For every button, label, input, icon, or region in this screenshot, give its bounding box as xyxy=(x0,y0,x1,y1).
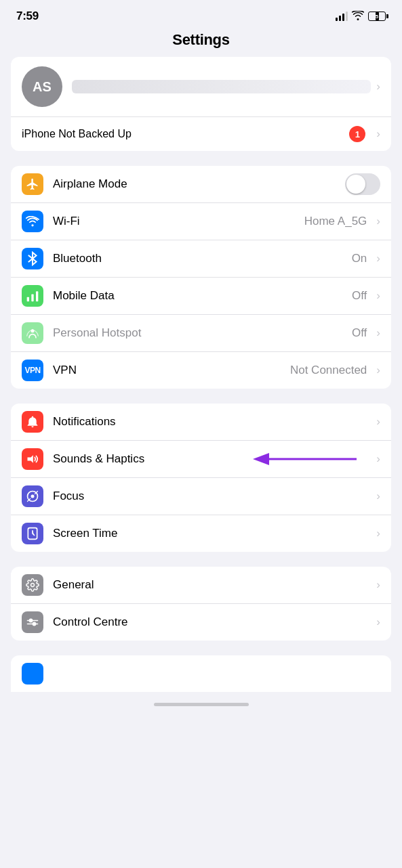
general-chevron-icon: › xyxy=(376,578,380,592)
profile-chevron-icon: › xyxy=(376,80,380,93)
status-icons: 5 xyxy=(336,11,386,22)
status-time: 7:59 xyxy=(16,9,39,23)
bluetooth-chevron-icon: › xyxy=(376,252,380,265)
airplane-mode-row[interactable]: Airplane Mode xyxy=(11,166,391,202)
screen-time-icon xyxy=(22,523,43,544)
focus-icon xyxy=(22,485,43,507)
focus-row[interactable]: Focus › xyxy=(11,477,391,515)
screen-time-row[interactable]: Screen Time › xyxy=(11,515,391,552)
control-centre-row[interactable]: Control Centre › xyxy=(11,603,391,641)
notifications-group: Notifications › Sounds & Haptics › xyxy=(11,404,391,552)
notifications-row[interactable]: Notifications › xyxy=(11,404,391,440)
profile-group: AS › iPhone Not Backed Up 1 › xyxy=(11,57,391,151)
battery-icon: 5 xyxy=(368,12,386,21)
mobile-data-icon xyxy=(22,285,43,307)
personal-hotspot-icon xyxy=(22,322,43,344)
control-centre-label: Control Centre xyxy=(53,615,371,629)
airplane-mode-toggle[interactable] xyxy=(345,173,380,195)
personal-hotspot-label: Personal Hotspot xyxy=(53,326,352,340)
svg-point-7 xyxy=(31,495,35,498)
arrow-annotation xyxy=(252,449,360,469)
next-group-partial xyxy=(11,655,391,692)
personal-hotspot-value: Off xyxy=(352,326,367,340)
sounds-haptics-chevron-icon: › xyxy=(376,452,380,466)
profile-name-blurred xyxy=(72,80,371,93)
bluetooth-row[interactable]: Bluetooth On › xyxy=(11,240,391,277)
next-item-icon xyxy=(22,663,43,685)
mobile-data-value: Off xyxy=(352,289,367,303)
svg-rect-2 xyxy=(36,291,38,301)
mobile-data-label: Mobile Data xyxy=(53,289,352,303)
wifi-icon xyxy=(22,211,43,232)
wifi-value: Home A_5G xyxy=(304,215,367,228)
backup-chevron-icon: › xyxy=(376,127,380,141)
bluetooth-value: On xyxy=(352,252,367,265)
control-centre-icon xyxy=(22,611,43,633)
general-label: General xyxy=(53,578,371,592)
svg-rect-0 xyxy=(27,297,29,302)
connectivity-group: Airplane Mode Wi-Fi Home A_5G › Bluetoot… xyxy=(11,166,391,389)
backup-row[interactable]: iPhone Not Backed Up 1 › xyxy=(11,116,391,151)
general-row[interactable]: General › xyxy=(11,567,391,603)
vpn-row[interactable]: VPN VPN Not Connected › xyxy=(11,351,391,389)
focus-label: Focus xyxy=(53,490,371,503)
wifi-chevron-icon: › xyxy=(376,215,380,228)
home-indicator xyxy=(154,703,249,706)
sounds-haptics-icon xyxy=(22,448,43,470)
svg-rect-1 xyxy=(31,295,33,302)
profile-row[interactable]: AS › xyxy=(11,57,391,116)
screen-time-label: Screen Time xyxy=(53,527,371,540)
next-item-row[interactable] xyxy=(11,655,391,692)
notifications-label: Notifications xyxy=(53,415,371,429)
vpn-icon: VPN xyxy=(22,360,43,381)
mobile-data-row[interactable]: Mobile Data Off › xyxy=(11,277,391,314)
page-title: Settings xyxy=(172,31,229,48)
control-centre-chevron-icon: › xyxy=(376,615,380,629)
focus-chevron-icon: › xyxy=(376,490,380,503)
general-icon xyxy=(22,574,43,596)
vpn-value: Not Connected xyxy=(290,364,367,377)
bluetooth-icon xyxy=(22,248,43,269)
mobile-data-chevron-icon: › xyxy=(376,289,380,303)
vpn-chevron-icon: › xyxy=(376,364,380,377)
airplane-mode-icon xyxy=(22,173,43,195)
wifi-label: Wi-Fi xyxy=(53,215,304,228)
notifications-icon xyxy=(22,411,43,433)
page-header: Settings xyxy=(0,28,402,57)
backup-label: iPhone Not Backed Up xyxy=(22,128,349,140)
notifications-chevron-icon: › xyxy=(376,415,380,429)
wifi-row[interactable]: Wi-Fi Home A_5G › xyxy=(11,202,391,240)
svg-point-9 xyxy=(31,584,35,587)
screen-time-chevron-icon: › xyxy=(376,527,380,540)
general-group: General › Control Centre › xyxy=(11,567,391,641)
personal-hotspot-chevron-icon: › xyxy=(376,326,380,340)
svg-marker-4 xyxy=(28,455,33,463)
sounds-haptics-row[interactable]: Sounds & Haptics › xyxy=(11,440,391,477)
airplane-mode-label: Airplane Mode xyxy=(53,177,345,191)
avatar: AS xyxy=(22,66,62,107)
status-bar: 7:59 5 xyxy=(0,0,402,28)
bluetooth-label: Bluetooth xyxy=(53,252,352,265)
personal-hotspot-row[interactable]: Personal Hotspot Off › xyxy=(11,314,391,351)
vpn-label: VPN xyxy=(53,364,290,377)
backup-badge: 1 xyxy=(349,126,365,142)
wifi-status-icon xyxy=(352,11,364,22)
signal-icon xyxy=(336,12,348,21)
